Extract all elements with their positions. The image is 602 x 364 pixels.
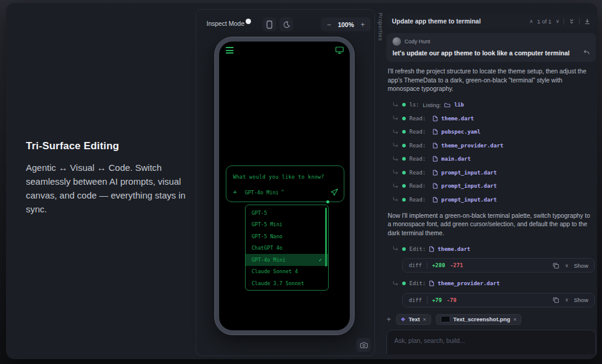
tool-call-row[interactable]: ls: Listing: lib [386, 98, 596, 112]
file-icon [433, 183, 438, 189]
status-dot [402, 198, 406, 202]
download-icon[interactable] [584, 18, 591, 25]
phone-screen: What would you like to know? + GPT-4o Mi… [219, 42, 350, 330]
tool-call-row[interactable]: Read: theme.dart [386, 111, 596, 125]
collapse-all-icon[interactable] [568, 18, 575, 25]
show-diff-button[interactable]: Show [574, 297, 588, 303]
chevron-up-icon: ^ [281, 190, 284, 195]
remove-chip-icon[interactable]: × [514, 316, 517, 322]
restore-checkpoint-icon[interactable] [583, 49, 590, 56]
zoom-in-button[interactable]: + [361, 20, 365, 29]
chat-title: Update app theme to terminal [392, 17, 481, 25]
model-option[interactable]: GPT-5 ✓ [246, 207, 328, 219]
status-dot [402, 171, 406, 174]
prev-thread-icon[interactable]: ∧ [530, 19, 533, 24]
branch-arrow-icon [393, 102, 399, 108]
phone-prompt-text: What would you like to know? [233, 174, 324, 180]
edit-group: Edit: theme_provider.dart diff +79 -79 ∨… [386, 277, 596, 307]
thread-pagination: 1 of 1 [537, 18, 551, 25]
assistant-followup: Now I'll implement a green-on-black term… [388, 212, 595, 238]
zoom-out-button[interactable]: − [327, 20, 331, 29]
phone-icon [266, 20, 273, 29]
model-option[interactable]: Claude 3.7 Sonnet ✓ [246, 277, 328, 289]
diff-deletions: -79 [447, 297, 456, 303]
feature-heading: Tri-Surface Editing [26, 140, 187, 152]
app-window: Tri-Surface Editing Agentic ↔ Visual ↔ C… [6, 3, 597, 359]
chevron-down-icon[interactable]: ∨ [565, 263, 568, 268]
show-diff-button[interactable]: Show [574, 262, 588, 269]
user-message-card: Cody Hunt let's update our app theme to … [386, 33, 596, 62]
status-dot [402, 157, 406, 161]
chevron-down-icon[interactable]: ∨ [565, 297, 568, 303]
display-icon[interactable] [335, 46, 344, 54]
attach-plus-icon[interactable]: + [233, 188, 237, 196]
add-attachment-button[interactable]: + [386, 315, 391, 324]
file-icon [433, 129, 438, 135]
screenshot-button[interactable] [356, 338, 371, 352]
folder-icon [444, 102, 450, 108]
send-plane-icon[interactable] [330, 188, 338, 196]
status-dot [402, 282, 406, 285]
dark-mode-button[interactable] [279, 17, 293, 31]
copy-icon[interactable] [553, 297, 559, 303]
branch-arrow-icon [393, 143, 399, 148]
menu-icon[interactable] [226, 47, 234, 55]
zoom-level: 100% [338, 21, 354, 28]
branch-arrow-icon [393, 116, 399, 121]
copy-icon[interactable] [553, 262, 559, 269]
model-dropdown: GPT-5 ✓ GPT-5 Mini ✓ GPT-5 Nano ✓ [245, 205, 329, 291]
inspect-mode-control[interactable]: Inspect Mode [201, 17, 250, 31]
status-dot [402, 130, 406, 134]
branch-arrow-icon [393, 129, 399, 135]
file-icon [433, 170, 438, 176]
image-thumbnail [441, 316, 450, 322]
remove-chip-icon[interactable]: × [423, 316, 426, 322]
file-icon [433, 143, 438, 149]
tool-call-row[interactable]: Read: main.dart [386, 152, 596, 166]
file-icon [433, 197, 438, 203]
model-selector[interactable]: GPT-4o Mini [245, 190, 279, 196]
prompt-input[interactable]: Ask, plan, search, build... Auto ∨ ↑ [386, 330, 596, 354]
diff-additions: +79 [432, 297, 442, 303]
tool-call-list: ls: Listing: lib Read: theme.dart [386, 98, 596, 206]
file-icon [433, 116, 438, 122]
next-thread-icon[interactable]: ∨ [556, 19, 559, 24]
tool-call-row[interactable]: Read: prompt_input.dart [386, 165, 596, 179]
branch-arrow-icon [393, 170, 399, 175]
zoom-control: − 100% + [321, 17, 371, 31]
branch-arrow-icon [393, 246, 399, 251]
assistant-intro: I'll refresh the project structure to lo… [388, 67, 595, 94]
tool-call-row[interactable]: Edit: theme_provider.dart [386, 277, 596, 291]
model-option[interactable]: GPT-5 Nano ✓ [246, 230, 328, 242]
tool-call-row[interactable]: Read: theme_provider.dart [386, 138, 596, 152]
dropdown-scrollbar[interactable] [325, 208, 327, 267]
inspect-mode-label: Inspect Mode [206, 20, 244, 27]
diff-additions: +280 [432, 262, 445, 268]
tool-call-row[interactable]: Read: prompt_input.dart [386, 193, 596, 206]
properties-tab[interactable]: Properties [377, 13, 383, 41]
prompt-placeholder: Ask, plan, search, build... [394, 337, 465, 344]
attachment-chip-screenshot[interactable]: Text_screenshot.png × [436, 314, 521, 325]
status-dot [402, 184, 406, 188]
model-option[interactable]: GPT-4o Mini ✓ [246, 254, 328, 266]
tool-call-row[interactable]: Edit: theme.dart [386, 242, 596, 256]
model-option[interactable]: GPT-5 Mini ✓ [246, 219, 328, 231]
device-preview-button[interactable] [262, 17, 276, 31]
attachment-chip-text[interactable]: ❖ Text × [396, 314, 431, 325]
edit-group: Edit: theme.dart diff +280 -271 ∨ Show [386, 242, 596, 273]
status-dot [402, 103, 406, 106]
diff-deletions: -271 [450, 262, 463, 268]
model-option[interactable]: Claude Sonnet 4 ✓ [246, 266, 328, 278]
branch-arrow-icon [393, 156, 399, 162]
tool-call-row[interactable]: Read: prompt_input.dart [386, 179, 596, 193]
branch-arrow-icon [393, 184, 399, 189]
tool-call-row[interactable]: Read: pubspec.yaml [386, 125, 596, 139]
diff-summary: diff +280 -271 ∨ Show [402, 258, 595, 273]
model-option[interactable]: ChatGPT 4o ✓ [246, 242, 328, 254]
file-icon [433, 156, 438, 162]
phone-mockup: What would you like to know? + GPT-4o Mi… [214, 37, 355, 335]
status-dot [402, 247, 406, 251]
phone-prompt-box[interactable]: What would you like to know? + GPT-4o Mi… [226, 165, 344, 202]
canvas-panel: Inspect Mode − 100% + What would you lik… [196, 9, 375, 356]
sparkle-icon: ❖ [401, 316, 406, 322]
